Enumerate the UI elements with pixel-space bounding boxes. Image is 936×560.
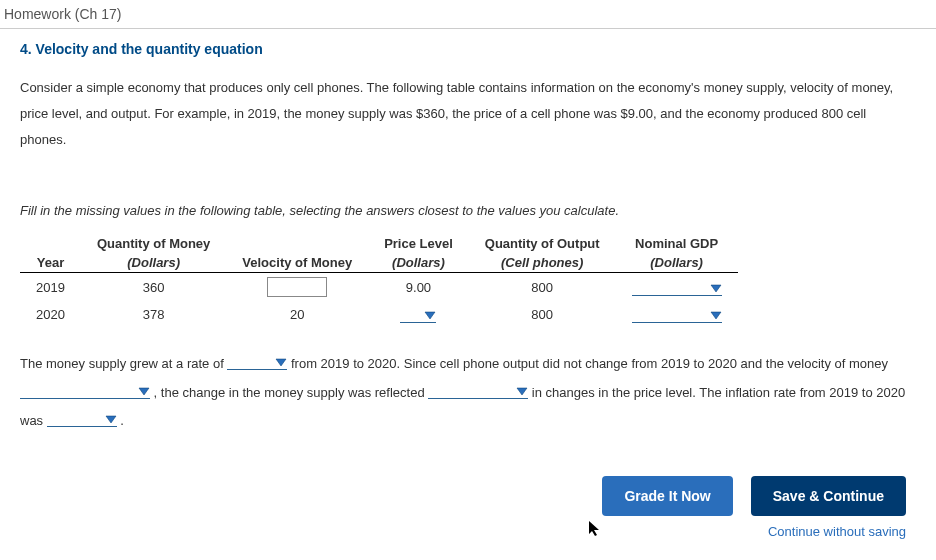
dropdown-icon [710,311,722,321]
col-price-sub: (Dollars) [368,253,469,273]
fill-t1: The money supply grew at a rate of [20,356,227,371]
cell-qty-money: 360 [81,273,226,302]
cell-velocity: 20 [226,301,368,328]
continue-link[interactable]: Continue without saving [768,524,906,539]
price-dropdown-2020[interactable] [400,305,436,323]
svg-marker-4 [139,388,149,395]
reflected-dropdown[interactable] [428,381,528,399]
dropdown-icon [710,284,722,294]
fill-t2: from 2019 to 2020. Since cell phone outp… [287,356,888,371]
question-content: 4. Velocity and the quantity equation Co… [0,29,936,551]
cell-price: 9.00 [368,273,469,302]
fill-t5: . [117,413,124,428]
instruction-text: Fill in the missing values in the follow… [20,203,916,218]
svg-marker-5 [517,388,527,395]
question-title: 4. Velocity and the quantity equation [20,41,916,57]
col-year-label: Year [20,253,81,273]
svg-marker-3 [276,359,286,366]
cell-output: 800 [469,301,616,328]
col-price: Price Level [368,234,469,253]
fill-t3: , the change in the money supply was ref… [150,385,428,400]
cell-output: 800 [469,273,616,302]
fill-paragraph: The money supply grew at a rate of from … [20,350,916,436]
cell-gdp [616,301,738,328]
cell-year: 2019 [20,273,81,302]
cell-gdp [616,273,738,302]
footer-actions: Grade It Now Save & Continue Continue wi… [20,476,916,539]
rate-dropdown[interactable] [227,352,287,370]
gdp-dropdown-2019[interactable] [632,278,722,296]
dropdown-icon [516,387,528,397]
col-output-sub: (Cell phones) [469,253,616,273]
inflation-dropdown[interactable] [47,409,117,427]
table-row: 2020 378 20 800 [20,301,738,328]
save-button[interactable]: Save & Continue [751,476,906,516]
col-gdp-sub: (Dollars) [616,253,738,273]
cell-velocity [226,273,368,302]
col-velocity-label: Velocity of Money [226,253,368,273]
dropdown-icon [105,415,117,425]
col-output: Quantity of Output [469,234,616,253]
dropdown-icon [275,358,287,368]
svg-marker-0 [711,285,721,292]
col-qty-money-sub: (Dollars) [81,253,226,273]
data-table: Quantity of Money Price Level Quantity o… [20,234,738,328]
intro-paragraph: Consider a simple economy that produces … [20,75,916,153]
col-velocity [226,234,368,253]
gdp-dropdown-2020[interactable] [632,305,722,323]
grade-button[interactable]: Grade It Now [602,476,732,516]
col-gdp: Nominal GDP [616,234,738,253]
svg-marker-2 [711,312,721,319]
dropdown-icon [424,311,436,321]
header-row-2: Year (Dollars) Velocity of Money (Dollar… [20,253,738,273]
velocity-change-dropdown[interactable] [20,381,150,399]
header-row-1: Quantity of Money Price Level Quantity o… [20,234,738,253]
page-header: Homework (Ch 17) [0,0,936,29]
svg-marker-6 [106,416,116,423]
svg-marker-1 [425,312,435,319]
col-qty-money: Quantity of Money [81,234,226,253]
save-column: Save & Continue Continue without saving [751,476,906,539]
header-title: Homework (Ch 17) [4,6,121,22]
table-row: 2019 360 9.00 800 [20,273,738,302]
cell-year: 2020 [20,301,81,328]
velocity-input[interactable] [267,277,327,297]
col-year [20,234,81,253]
dropdown-icon [138,387,150,397]
cell-price [368,301,469,328]
cell-qty-money: 378 [81,301,226,328]
